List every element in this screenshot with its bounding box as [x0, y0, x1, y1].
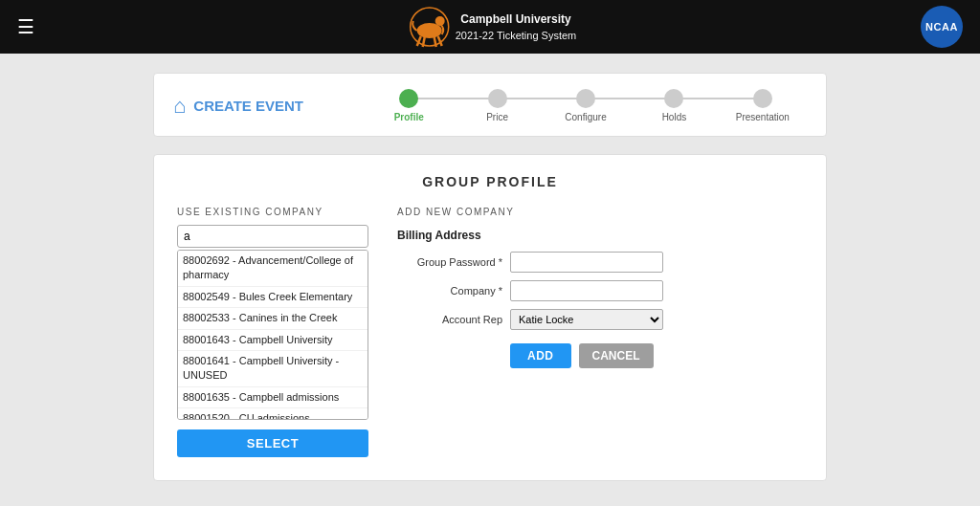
- step-configure: Configure: [542, 89, 630, 122]
- steps-bar: Profile Price Configure Holds Presentati…: [365, 89, 807, 122]
- create-event-block: ⌂ CREATE EVENT: [173, 94, 326, 119]
- main-content: ⌂ CREATE EVENT Profile Price Configure H…: [0, 54, 980, 500]
- account-rep-row: Account Rep Katie Locke: [397, 309, 803, 330]
- list-item[interactable]: 88001635 - Campbell admissions: [178, 387, 368, 408]
- header: ☰ Campbell University 2021-22 Ticketing …: [0, 0, 980, 54]
- group-profile-title: GROUP PROFILE: [177, 174, 803, 189]
- action-row: ADD CANCEL: [510, 343, 803, 368]
- use-existing-label: Use Existing Company: [177, 207, 368, 217]
- step-label-presentation: Presentation: [736, 112, 790, 122]
- create-event-link[interactable]: CREATE EVENT: [193, 98, 303, 114]
- home-icon: ⌂: [173, 94, 186, 119]
- step-holds: Holds: [630, 89, 718, 122]
- menu-icon[interactable]: ☰: [17, 15, 34, 38]
- company-input[interactable]: [510, 280, 663, 301]
- wizard-card: ⌂ CREATE EVENT Profile Price Configure H…: [153, 73, 827, 137]
- list-item[interactable]: 88002549 - Bules Creek Elementary: [178, 287, 368, 308]
- step-label-profile: Profile: [394, 112, 424, 122]
- step-price: Price: [453, 89, 541, 122]
- company-list[interactable]: 88002692 - Advancement/College of pharma…: [177, 250, 368, 420]
- list-item[interactable]: 88002533 - Canines in the Creek: [178, 308, 368, 329]
- existing-company-panel: Use Existing Company 88002692 - Advancem…: [177, 207, 368, 457]
- group-profile-card: GROUP PROFILE Use Existing Company 88002…: [153, 154, 827, 481]
- group-password-input[interactable]: [510, 252, 663, 273]
- step-presentation: Presentation: [719, 89, 807, 122]
- add-new-label: Add New Company: [397, 207, 803, 217]
- step-label-holds: Holds: [662, 112, 687, 122]
- company-search-input[interactable]: [177, 225, 368, 248]
- step-label-price: Price: [486, 112, 508, 122]
- step-circle-configure: [576, 89, 595, 108]
- group-password-row: Group Password *: [397, 252, 803, 273]
- mascot-logo: [404, 6, 456, 48]
- list-item[interactable]: 88002692 - Advancement/College of pharma…: [178, 251, 368, 287]
- list-item[interactable]: 88001520 - CU admissions: [178, 408, 368, 420]
- step-circle-presentation: [753, 89, 772, 108]
- group-profile-body: Use Existing Company 88002692 - Advancem…: [177, 207, 803, 457]
- header-title: Campbell University 2021-22 Ticketing Sy…: [456, 11, 577, 44]
- list-item[interactable]: 88001643 - Campbell University: [178, 330, 368, 351]
- step-circle-price: [488, 89, 507, 108]
- add-button[interactable]: ADD: [510, 343, 571, 368]
- header-logo: Campbell University 2021-22 Ticketing Sy…: [404, 6, 577, 48]
- step-circle-holds: [664, 89, 683, 108]
- account-rep-select[interactable]: Katie Locke: [510, 309, 663, 330]
- list-item[interactable]: 88001641 - Campbell University - UNUSED: [178, 351, 368, 387]
- company-label: Company *: [397, 285, 502, 297]
- select-button[interactable]: SELECT: [177, 429, 368, 457]
- group-password-label: Group Password *: [397, 256, 502, 268]
- ncaa-badge: NCAA: [921, 6, 963, 48]
- add-company-panel: Add New Company Billing Address Group Pa…: [397, 207, 803, 368]
- cancel-button[interactable]: CANCEL: [579, 343, 654, 368]
- account-rep-label: Account Rep: [397, 314, 502, 325]
- step-circle-profile: [399, 89, 418, 108]
- step-profile: Profile: [365, 89, 453, 122]
- billing-address-title: Billing Address: [397, 229, 803, 242]
- company-row: Company *: [397, 280, 803, 301]
- step-label-configure: Configure: [565, 112, 606, 122]
